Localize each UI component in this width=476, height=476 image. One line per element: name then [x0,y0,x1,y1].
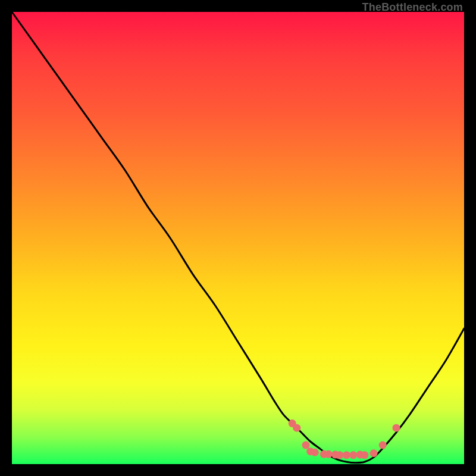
marker-point [393,424,400,432]
chart-frame: TheBottleneck.com [0,0,476,476]
marker-point [379,441,387,449]
trough-markers [289,419,400,459]
marker-point [293,424,300,432]
marker-point [370,449,378,457]
marker-point [302,441,310,449]
marker-point [349,451,357,459]
marker-point [361,451,368,459]
marker-point [343,451,350,459]
marker-point [325,450,333,458]
bottleneck-curve [12,12,464,463]
marker-point [311,449,319,456]
marker-point [336,451,344,459]
chart-overlay-svg [12,12,464,464]
